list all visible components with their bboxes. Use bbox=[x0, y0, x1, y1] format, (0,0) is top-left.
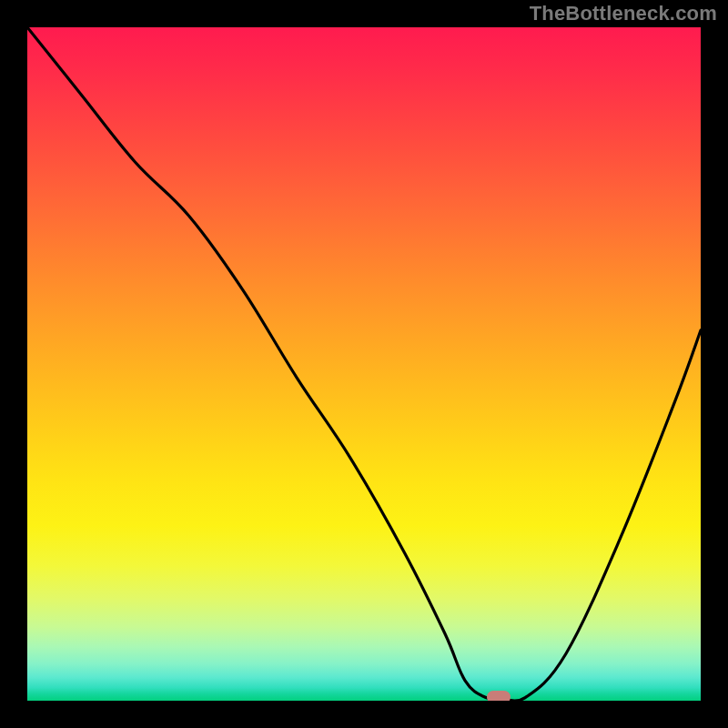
watermark-text: TheBottleneck.com bbox=[530, 2, 717, 25]
plot-area bbox=[27, 27, 701, 701]
optimal-marker bbox=[487, 691, 511, 701]
bottleneck-curve bbox=[27, 27, 701, 701]
chart-frame: TheBottleneck.com bbox=[0, 0, 728, 728]
curve-path bbox=[27, 27, 701, 701]
